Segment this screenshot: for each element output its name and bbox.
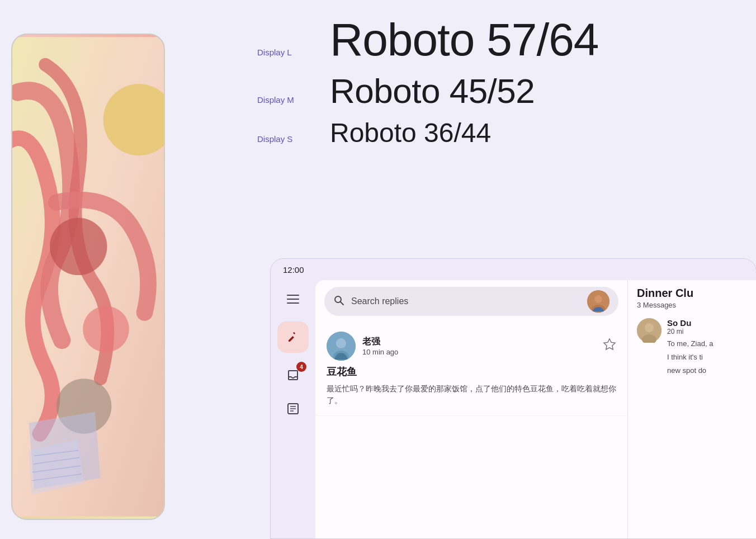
app-sidebar: 4 [271,280,315,538]
sender-avatar [327,332,356,361]
search-icon [333,295,344,309]
main-panel: Search replies [315,280,627,538]
svg-point-27 [645,323,654,332]
hamburger-menu-button[interactable] [282,288,304,310]
svg-rect-11 [287,295,299,296]
svg-point-3 [83,306,129,352]
right-panel: Dinner Clu 3 Messages So Du 20 mi To me,… [627,280,756,538]
right-message-time: 20 mi [667,328,747,335]
dinner-club-count: 3 Messages [637,301,747,309]
svg-point-2 [50,218,107,275]
message-item[interactable]: 老强 10 min ago 豆花鱼 最近忙吗？昨晚我去了你最爱的那家饭馆，点了他… [315,323,627,416]
inbox-badge-container: 4 [282,364,304,386]
message-title: 豆花鱼 [327,365,616,379]
right-message-preview1: To me, Ziad, a [667,339,747,349]
typography-area: Display L Roboto 57/64 Display M Roboto … [257,17,755,158]
search-placeholder-text: Search replies [351,296,580,306]
display-m-label: Display M [257,95,330,105]
display-l-sample: Roboto 57/64 [330,17,598,63]
app-content-area: 4 Sea [271,280,756,538]
notes-button[interactable] [282,398,304,420]
right-message-preview2: I think it's ti [667,352,747,362]
inbox-badge: 4 [296,362,306,372]
display-s-sample: Roboto 36/44 [330,120,491,146]
message-preview: 最近忙吗？昨晚我去了你最爱的那家饭馆，点了他们的特色豆花鱼，吃着吃着就想你了。 [327,383,616,406]
user-avatar[interactable] [587,290,609,313]
right-message-content: So Du 20 mi To me, Ziad, a I think it's … [667,318,747,376]
phone-frame [11,34,165,520]
display-l-row: Display L Roboto 57/64 [257,17,755,63]
status-time: 12:00 [283,265,304,275]
message-time: 10 min ago [362,348,596,356]
right-message-item[interactable]: So Du 20 mi To me, Ziad, a I think it's … [637,318,747,376]
display-m-row: Display M Roboto 45/52 [257,74,755,108]
right-contact-avatar [637,318,662,343]
svg-point-24 [336,338,346,348]
phone-mockup [0,0,179,539]
display-l-label: Display L [257,48,330,57]
display-s-row: Display S Roboto 36/44 [257,120,755,146]
display-m-sample: Roboto 45/52 [330,74,535,108]
svg-rect-13 [287,302,299,304]
status-bar: 12:00 [271,259,756,280]
sender-name: 老强 [362,336,596,348]
dinner-club-title: Dinner Clu [637,287,747,300]
compose-fab-button[interactable] [277,321,309,353]
right-sender-name: So Du [667,318,747,328]
search-bar[interactable]: Search replies [324,287,618,316]
star-icon[interactable] [603,338,616,354]
svg-line-19 [341,302,343,305]
message-header: 老强 10 min ago [327,332,616,361]
message-meta: 老强 10 min ago [362,336,596,356]
svg-rect-12 [287,299,299,300]
display-s-label: Display S [257,134,330,144]
right-message-preview3: new spot do [667,366,747,376]
app-mockup: 12:00 [270,258,756,539]
svg-point-21 [594,295,602,303]
